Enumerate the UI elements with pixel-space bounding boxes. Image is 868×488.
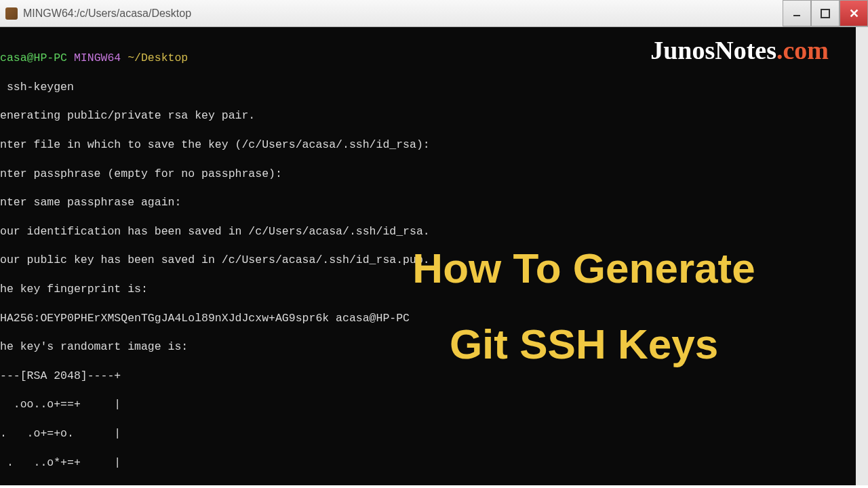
close-icon: ✕: [849, 6, 859, 21]
brand-tld: com: [783, 36, 829, 64]
randomart-line: . ==.X.oo |: [0, 484, 856, 485]
app-icon: [5, 7, 18, 20]
headline-line-1: How To Generate: [353, 230, 815, 306]
close-button[interactable]: ✕: [840, 0, 868, 26]
brand-name: JunosNotes: [650, 36, 776, 64]
maximize-icon: [821, 9, 830, 18]
maximize-button[interactable]: [811, 0, 840, 26]
prompt-path: ~/Desktop: [127, 52, 188, 64]
command-line: ssh-keygen: [0, 80, 856, 94]
output-line: nter same passphrase again:: [0, 195, 856, 209]
brand-watermark: JunosNotes.com: [650, 43, 829, 58]
randomart-line: . ..o*+=+ |: [0, 455, 856, 470]
prompt-env: MINGW64: [74, 52, 121, 64]
output-line: nter file in which to save the key (/c/U…: [0, 138, 856, 152]
randomart-line: . .o+=+o. |: [0, 426, 856, 441]
terminal-area[interactable]: casa@HP-PC MINGW64 ~/Desktop ssh-keygen …: [0, 27, 868, 485]
window-titlebar: MINGW64:/c/Users/acasa/Desktop ✕: [0, 0, 868, 27]
window-title: MINGW64:/c/Users/acasa/Desktop: [23, 7, 191, 20]
randomart-line: .oo..o+==+ |: [0, 397, 856, 411]
window-controls: ✕: [783, 0, 868, 26]
headline-overlay: How To Generate Git SSH Keys: [353, 230, 815, 382]
prompt-user: casa@HP-PC: [0, 52, 67, 64]
output-line: enerating public/private rsa key pair.: [0, 108, 856, 123]
minimize-button[interactable]: [783, 0, 811, 26]
minimize-icon: [793, 11, 800, 16]
output-line: nter passphrase (empty for no passphrase…: [0, 167, 856, 181]
headline-line-2: Git SSH Keys: [353, 306, 815, 382]
